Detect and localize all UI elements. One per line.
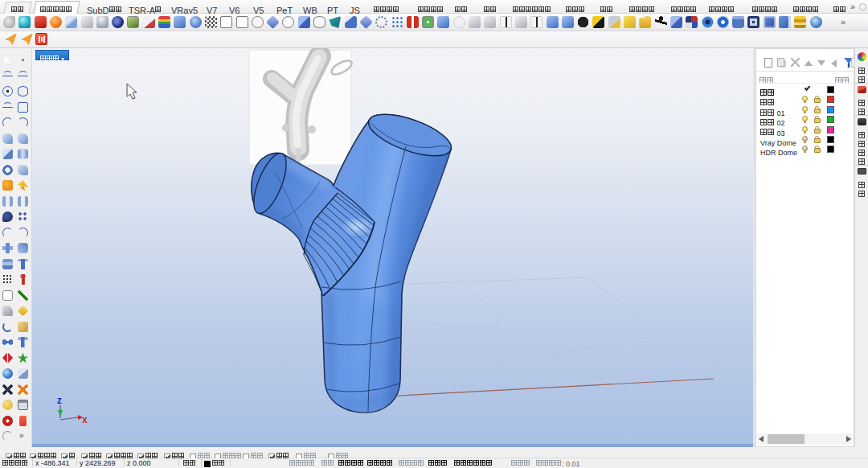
svg-text:x: x: [82, 414, 88, 425]
svg-text:z: z: [57, 395, 62, 406]
